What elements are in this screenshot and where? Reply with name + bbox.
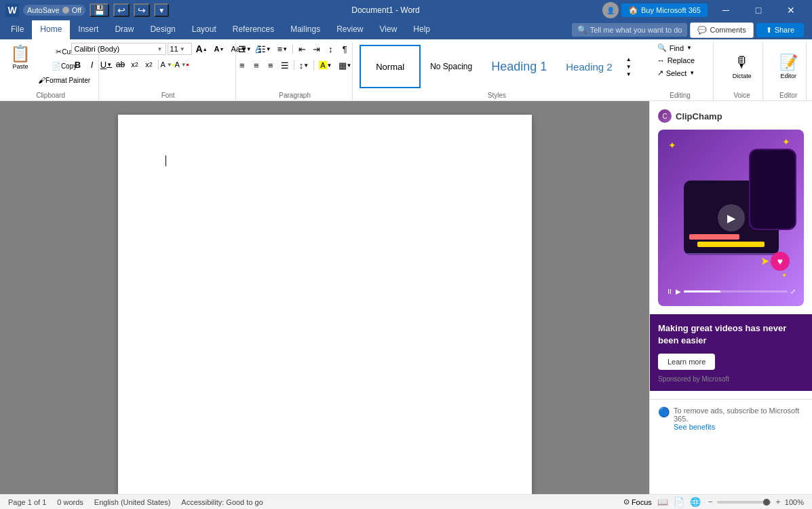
dictate-button[interactable]: 🎙 Dictate [727,51,757,82]
font-size-input[interactable]: 11 ▼ [168,43,192,55]
minimize-button[interactable]: ─ [710,0,741,20]
focus-button[interactable]: ⊙ Focus [623,497,652,506]
tab-review[interactable]: Review [328,20,371,39]
styles-scroll[interactable]: ▲ ▼ ▼ [623,54,634,80]
title-bar: W AutoSave Off 💾 ↩ ↪ ▼ Document1 - Word … [0,0,812,20]
styles-group: Normal No Spacing Heading 1 Heading 2 [354,42,640,100]
replace-button[interactable]: ↔Replace [653,55,708,66]
subscript-button[interactable]: x2 [128,58,142,71]
decrease-indent-button[interactable]: ⇤ [295,42,309,56]
editor-label: Editor [780,73,796,79]
font-color-button[interactable]: A▼ [175,58,189,71]
shrink-font-button[interactable]: A▼ [212,42,227,56]
tab-layout[interactable]: Layout [184,20,225,39]
underline-button[interactable]: U▼ [100,58,113,71]
web-layout-button[interactable]: 🌐 [690,497,701,507]
italic-button[interactable]: I [85,58,99,71]
remove-ads-text: To remove ads, subscribe to Microsoft 36… [674,407,799,423]
accessibility-label: Accessibility: Good to go [181,498,263,506]
redo-button[interactable]: ↪ [134,3,150,17]
autosave-toggle[interactable]: AutoSave Off [23,5,85,16]
voice-group-label: Voice [733,92,750,99]
document-page[interactable] [118,115,532,508]
autosave-toggle-dot [62,7,69,14]
tab-file[interactable]: File [3,20,32,39]
justify-button[interactable]: ☰ [278,58,292,72]
focus-icon: ⊙ [623,497,630,506]
sponsored-text: Sponsored by Microsoft [658,375,804,383]
tab-help[interactable]: Help [405,20,438,39]
borders-button[interactable]: ▦▼ [336,58,355,72]
main-area: C ClipChamp ✦ ✦ ✦ [0,101,812,509]
learn-more-button[interactable]: Learn more [658,354,715,370]
style-no-spacing[interactable]: No Spacing [421,45,482,88]
ad-headline: Making great videos has never been easie… [658,322,804,347]
find-button[interactable]: 🔍Find ▼ [653,42,708,54]
restore-button[interactable]: □ [743,0,774,20]
tab-draw[interactable]: Draw [107,20,142,39]
status-right: ⊙ Focus 📖 📄 🌐 － ＋ 100% [623,496,804,508]
phone-frame [749,149,796,230]
clipchamp-header: C ClipChamp [658,109,804,123]
paste-icon: 📋 [10,44,31,63]
comments-button[interactable]: 💬Comments [690,22,753,38]
align-right-button[interactable]: ≡ [264,58,277,72]
multilevel-list-button[interactable]: ≡▼ [275,42,291,56]
tab-design[interactable]: Design [142,20,183,39]
show-marks-button[interactable]: ¶ [338,42,351,56]
shading-button[interactable]: A ▼ [316,58,334,72]
tab-insert[interactable]: Insert [70,20,107,39]
microphone-icon: 🎙 [735,54,750,71]
font-group-label: Font [161,92,175,99]
highlight-color-button[interactable]: A▼ [161,58,174,71]
search-bar-label[interactable]: Tell me what you want to do [590,26,682,34]
zoom-out-button[interactable]: － [706,496,714,508]
info-icon: 🔵 [658,407,670,417]
increase-indent-button[interactable]: ⇥ [309,42,323,56]
status-left: Page 1 of 1 0 words English (United Stat… [8,498,263,506]
grow-font-button[interactable]: A▲ [193,42,210,56]
save-button[interactable]: 💾 [90,3,109,17]
align-left-button[interactable]: ≡ [235,58,249,72]
superscript-button[interactable]: x2 [142,58,156,71]
font-family-dropdown[interactable]: Calibri (Body) ▼ [71,43,166,55]
print-layout-button[interactable]: 📄 [674,497,684,507]
editor-button[interactable]: 📝 Editor [777,51,800,82]
line-spacing-button[interactable]: ↕▼ [296,58,311,72]
voice-group: 🎙 Dictate Voice [722,42,763,100]
zoom-level[interactable]: 100% [785,498,804,506]
tab-view[interactable]: View [372,20,406,39]
customize-qat-button[interactable]: ▼ [154,3,169,17]
style-heading1[interactable]: Heading 1 [482,45,556,88]
ribbon: 📋 Paste ✂ Cut 📄 Copy 🖌 Format Painter Cl… [0,39,812,101]
style-normal[interactable]: Normal [360,45,421,88]
tab-home[interactable]: Home [32,20,70,39]
bullets-button[interactable]: ☰▼ [235,42,254,56]
buy-button[interactable]: 🏠 Buy Microsoft 365 [621,3,708,17]
strikethrough-button[interactable]: ab [114,58,128,71]
autosave-label: AutoSave [27,6,60,14]
bold-button[interactable]: B [71,58,85,71]
zoom-slider[interactable] [717,501,771,504]
cursor-icon: ➤ [760,254,769,267]
side-panel: C ClipChamp ✦ ✦ ✦ [649,101,812,509]
close-button[interactable]: ✕ [775,0,807,20]
tab-mailings[interactable]: Mailings [282,20,328,39]
sort-button[interactable]: ↕ [324,42,337,56]
zoom-in-button[interactable]: ＋ [774,496,782,508]
document-area[interactable] [0,101,649,509]
text-cursor [166,155,166,166]
read-mode-button[interactable]: 📖 [657,497,668,507]
tab-references[interactable]: References [225,20,282,39]
select-button[interactable]: ↗Select ▼ [653,67,708,79]
numbering-button[interactable]: ☷▼ [255,42,274,56]
side-panel-ad: C ClipChamp ✦ ✦ ✦ [650,101,812,399]
user-avatar[interactable]: 👤 [602,2,619,18]
paste-button[interactable]: 📋 Paste [8,42,33,72]
undo-button[interactable]: ↩ [113,3,130,17]
share-button[interactable]: ⬆Share [756,23,804,37]
see-benefits-link[interactable]: See benefits [674,423,715,431]
style-heading2[interactable]: Heading 2 [556,45,621,88]
align-center-button[interactable]: ≡ [250,58,263,72]
editing-group: 🔍Find ▼ ↔Replace ↗Select ▼ Editing [648,42,714,100]
